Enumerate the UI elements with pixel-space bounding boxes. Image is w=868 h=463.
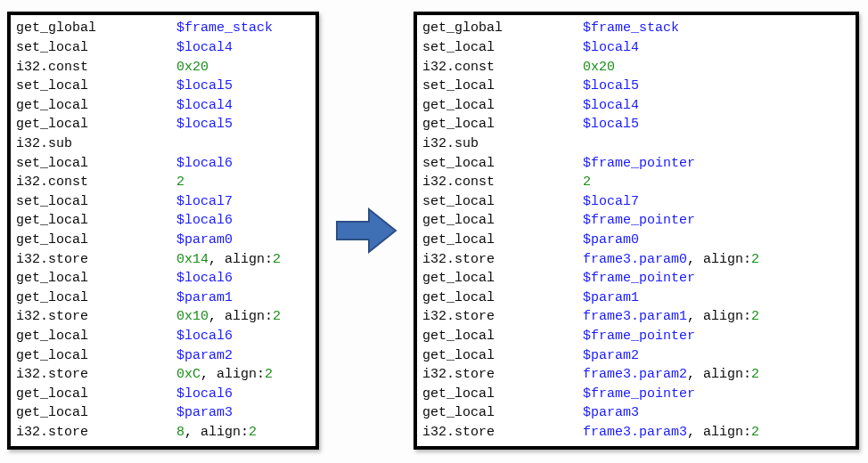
- operand-token: , align:: [687, 367, 751, 382]
- opcode: i32.store: [422, 365, 583, 385]
- operand-token: $param3: [583, 405, 639, 420]
- operands: 0xC, align:2: [176, 365, 310, 385]
- code-line: i32.const0x20: [16, 58, 310, 77]
- code-line: i32.storeframe3.param3, align:2: [422, 423, 850, 443]
- operands: $frame_pointer: [583, 154, 850, 174]
- code-line: i32.storeframe3.param0, align:2: [422, 250, 850, 270]
- operand-token: $local4: [176, 40, 233, 55]
- operands: $local6: [176, 154, 310, 174]
- operands: $local4: [583, 38, 850, 58]
- opcode: get_local: [422, 346, 583, 366]
- operands: 2: [583, 173, 850, 192]
- operand-token: $frame_pointer: [583, 156, 695, 171]
- operands: $local7: [583, 192, 850, 212]
- opcode: get_global: [16, 19, 176, 38]
- figure: get_global$frame_stackset_local$local4i3…: [0, 0, 868, 463]
- operand-token: $frame_pointer: [583, 271, 695, 286]
- operands: $param3: [176, 403, 310, 423]
- operands: 2: [176, 173, 310, 192]
- code-line: get_local$local4: [16, 96, 310, 116]
- operand-token: frame3.param1: [583, 309, 687, 324]
- opcode: i32.sub: [16, 134, 176, 154]
- transform-arrow-icon: [335, 204, 397, 257]
- operands: frame3.param1, align:2: [583, 307, 850, 327]
- opcode: i32.const: [422, 173, 583, 192]
- code-line: i32.storeframe3.param2, align:2: [422, 365, 850, 385]
- code-line: get_local$param3: [16, 403, 310, 423]
- opcode: get_local: [422, 403, 583, 423]
- arrow-container: [335, 204, 397, 257]
- operand-token: 0x20: [583, 60, 615, 75]
- operand-token: 2: [273, 309, 281, 324]
- opcode: get_local: [422, 115, 583, 134]
- code-line: get_local$local5: [422, 115, 850, 134]
- code-panel-after: get_global$frame_stackset_local$local4i3…: [414, 12, 859, 449]
- opcode: get_local: [16, 288, 176, 308]
- operands: $local4: [176, 96, 310, 116]
- opcode: get_local: [422, 211, 583, 231]
- opcode: set_local: [16, 192, 176, 212]
- opcode: i32.store: [422, 250, 583, 270]
- operand-token: 2: [265, 367, 273, 382]
- code-line: set_local$local6: [16, 154, 310, 174]
- opcode: get_global: [422, 19, 583, 38]
- code-line: set_local$local7: [422, 192, 850, 212]
- operand-token: , align:: [687, 425, 751, 440]
- opcode: i32.store: [422, 423, 583, 443]
- operands: frame3.param2, align:2: [583, 365, 850, 385]
- opcode: get_local: [422, 288, 583, 308]
- code-line: get_local$frame_pointer: [422, 385, 850, 404]
- operand-token: $param2: [583, 348, 639, 363]
- operand-token: frame3.param3: [583, 425, 687, 440]
- operand-token: 2: [176, 175, 184, 190]
- code-line: i32.sub: [422, 134, 850, 154]
- code-line: get_local$local6: [16, 211, 310, 231]
- operand-token: $param0: [583, 232, 639, 248]
- opcode: get_local: [16, 96, 176, 116]
- opcode: set_local: [16, 38, 176, 58]
- arrow-shape: [337, 209, 396, 252]
- code-line: get_local$local6: [16, 269, 310, 288]
- operands: $local6: [176, 385, 310, 404]
- opcode: i32.store: [422, 307, 583, 327]
- operand-token: 2: [249, 425, 257, 440]
- operands: $local5: [583, 115, 850, 134]
- operand-token: $local5: [176, 78, 233, 93]
- operand-token: $frame_pointer: [583, 329, 695, 344]
- opcode: get_local: [16, 231, 176, 250]
- operand-token: 2: [751, 425, 759, 440]
- opcode: i32.store: [16, 365, 176, 385]
- operands: [176, 134, 310, 154]
- code-line: get_local$param0: [16, 231, 310, 250]
- code-line: i32.storeframe3.param1, align:2: [422, 307, 850, 327]
- opcode: get_local: [16, 385, 176, 404]
- operands: $frame_pointer: [583, 269, 850, 288]
- opcode: get_local: [422, 327, 583, 346]
- opcode: get_local: [16, 269, 176, 288]
- code-line: get_local$frame_pointer: [422, 211, 850, 231]
- opcode: i32.const: [16, 173, 176, 192]
- code-line: get_global$frame_stack: [422, 19, 850, 38]
- operand-token: , align:: [687, 309, 751, 324]
- opcode: get_local: [16, 115, 176, 134]
- operands: $param3: [583, 403, 850, 423]
- code-line: get_local$local6: [16, 327, 310, 346]
- operands: $param0: [583, 231, 850, 250]
- code-line: get_local$local5: [16, 115, 310, 134]
- code-line: get_local$frame_pointer: [422, 327, 850, 346]
- code-line: get_local$param2: [16, 346, 310, 366]
- operands: $local6: [176, 269, 310, 288]
- operand-token: 2: [751, 252, 759, 267]
- code-line: set_local$local5: [422, 77, 850, 96]
- operands: $local5: [583, 77, 850, 96]
- operand-token: $param3: [176, 405, 233, 420]
- opcode: set_local: [422, 77, 583, 96]
- code-line: get_local$local4: [422, 96, 850, 116]
- operand-token: $local5: [583, 117, 639, 132]
- opcode: i32.store: [16, 250, 176, 270]
- code-line: get_local$param1: [422, 288, 850, 308]
- opcode: i32.const: [422, 58, 583, 77]
- opcode: i32.store: [16, 307, 176, 327]
- operands: $param0: [176, 231, 310, 250]
- operands: $local6: [176, 211, 310, 231]
